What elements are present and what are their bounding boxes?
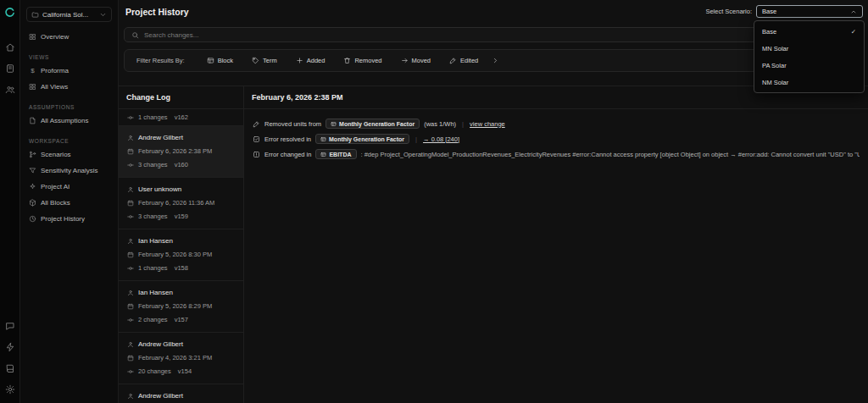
filter-bar: Filter Results By: Block Term Added Remo… [124,49,863,72]
scenario-option-nm-solar[interactable]: NM Solar [754,74,864,91]
scenario-option-pa-solar[interactable]: PA Solar [754,57,864,74]
block-icon [331,121,337,127]
scenario-option-label: Base [762,28,776,36]
main-area: Project History Select Scenario: Base Fi… [119,0,868,403]
change-log-entry[interactable]: Ian Hansen February 5, 2026 8:30 PM 1 ch… [119,229,243,281]
person-icon [127,186,134,193]
filter-button-added[interactable]: Added [296,57,326,64]
block-chip-label: Monthly Generation Factor [339,121,415,127]
block-chip-label: EBITDA [329,152,351,157]
chat-icon[interactable] [5,321,15,331]
entry-changes-count: 1 changes [138,263,168,273]
block-chip[interactable]: Monthly Generation Factor [326,119,420,129]
alert-square-icon [253,151,260,158]
users-icon[interactable] [5,85,15,95]
project-switcher[interactable]: California Sol... [26,7,112,22]
sidebar-item-overview[interactable]: Overview [26,29,112,45]
search-box[interactable] [124,27,863,42]
document-icon [29,117,36,124]
entry-author: Ian Hansen [138,236,173,246]
value-change-link[interactable]: → 0.08 [240] [423,135,459,143]
filter-button-edited[interactable]: Edited [449,57,478,64]
filters-more-chevron-icon[interactable] [492,57,499,64]
pencil-icon [449,57,457,64]
section-title-views: VIEWS [29,54,112,60]
change-log-panel: Change Log 1 changes v162 Andrew Gilbert [119,86,244,403]
filter-label: Filter Results By: [136,57,185,64]
sidebar-item-project-ai[interactable]: Project AI [26,179,112,195]
sidebar-item-scenarios[interactable]: Scenarios [26,146,112,163]
entry-changes-count: 20 changes [138,367,171,376]
scenario-option-mn-solar[interactable]: MN Solar [754,40,864,57]
filter-button-label: Term [263,57,277,64]
zap-icon[interactable] [5,342,15,352]
sidebar-item-label: Project History [41,215,85,223]
commit-icon [127,114,134,121]
filter-button-removed[interactable]: Removed [343,57,381,64]
scenario-option-base[interactable]: Base ✓ [754,23,864,40]
change-detail-panel: February 6, 2026 2:38 PM Removed units f… [244,86,868,403]
filter-button-label: Block [218,57,233,64]
plus-icon [296,57,303,64]
change-log-entry[interactable]: Andrew Gilbert February 6, 2026 2:38 PM … [119,126,243,178]
sidebar-item-all-assumptions[interactable]: All Assumptions [26,113,112,129]
search-icon [131,31,139,39]
change-row: Removed units from Monthly Generation Fa… [244,116,868,131]
entry-version: v162 [175,113,188,121]
sidebar-item-label: Overview [41,33,69,41]
gear-icon[interactable] [5,384,15,395]
commit-icon [127,368,134,375]
sidebar-item-sensitivity-analysis[interactable]: Sensitivity Analysis [26,163,112,179]
change-detail-rows: Removed units from Monthly Generation Fa… [244,109,868,162]
calendar-icon [127,251,134,258]
change-log-entry-partial-top[interactable]: 1 changes v162 [119,109,243,126]
calendar-icon [127,200,134,207]
filter-button-block[interactable]: Block [207,57,233,64]
pencil-icon [253,120,260,128]
entry-changes-line: 1 changes v158 [127,263,235,273]
sidebar-item-label: All Blocks [41,199,70,207]
scenario-dropdown-menu: Base ✓ MN Solar PA Solar NM Solar [754,20,865,93]
sidebar-item-all-views[interactable]: All Views [26,79,112,95]
change-log-entry[interactable]: Andrew Gilbert February 4, 2026 3:21 PM … [119,333,243,384]
commit-icon [127,317,134,323]
sidebar-item-project-history[interactable]: Project History [26,211,112,227]
search-input[interactable] [144,31,855,39]
entry-date: February 6, 2026 11:36 AM [138,198,214,207]
view-change-link[interactable]: view change [470,120,505,128]
change-log-entry[interactable]: Ian Hansen February 5, 2026 8:29 PM 2 ch… [119,281,243,333]
tag-icon [252,57,259,64]
cube-icon [29,199,36,207]
entry-changes-count: 3 changes [138,212,168,221]
change-log-entries: 1 changes v162 Andrew Gilbert February 6… [119,109,243,403]
person-icon [127,238,134,245]
folder-icon [31,11,39,19]
calendar-icon [127,355,134,362]
change-row: Error changed in EBITDA : #dep Project_O… [244,146,868,162]
scenario-option-label: NM Solar [762,79,788,86]
change-log-entry[interactable]: User unknown February 6, 2026 11:36 AM 3… [119,178,243,229]
home-icon[interactable] [5,42,15,52]
entry-date: February 5, 2026 8:29 PM [138,301,212,311]
entry-date: February 6, 2026 2:38 PM [138,146,212,156]
block-chip[interactable]: Monthly Generation Factor [315,134,409,144]
funnel-icon [29,167,36,174]
change-log-entry-partial-bottom[interactable]: Andrew Gilbert [119,384,243,403]
sidebar-item-all-blocks[interactable]: All Blocks [26,195,112,211]
scenario-control: Select Scenario: Base [705,5,863,18]
main-header: Project History Select Scenario: Base [119,0,868,21]
filter-button-moved[interactable]: Moved [401,57,431,64]
app-logo-icon[interactable] [4,7,15,18]
sidebar-item-label: Scenarios [41,151,71,158]
commit-icon [127,265,134,272]
rail-bottom-group [5,321,15,395]
scenario-select[interactable]: Base [756,5,863,18]
book-icon[interactable] [5,363,15,373]
filter-button-term[interactable]: Term [252,57,277,64]
block-chip[interactable]: EBITDA [315,149,356,159]
notebook-icon[interactable] [5,63,15,74]
sidebar-item-proforma[interactable]: $ Proforma [26,63,112,79]
sidebar-item-label: Sensitivity Analysis [41,167,98,174]
entry-author: Ian Hansen [138,288,173,297]
separator: | [462,120,464,128]
